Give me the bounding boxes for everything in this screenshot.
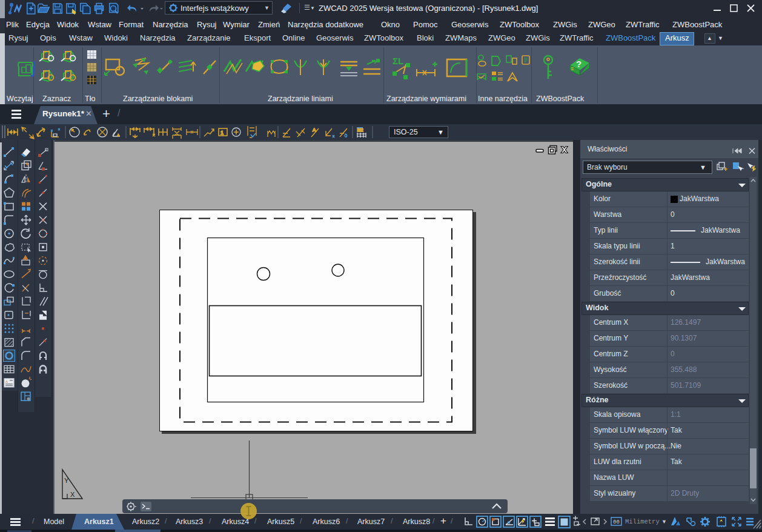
svg-text:?: ? [576, 59, 581, 69]
svg-text:1: 1 [220, 130, 224, 136]
svg-text:A: A [5, 380, 8, 384]
svg-text:X: X [70, 491, 75, 498]
svg-text:Y: Y [64, 477, 69, 484]
svg-text:M2: M2 [357, 128, 363, 132]
svg-text:ΣL: ΣL [393, 56, 403, 66]
svg-text:00: 00 [613, 519, 620, 525]
svg-text:A: A [313, 127, 316, 133]
